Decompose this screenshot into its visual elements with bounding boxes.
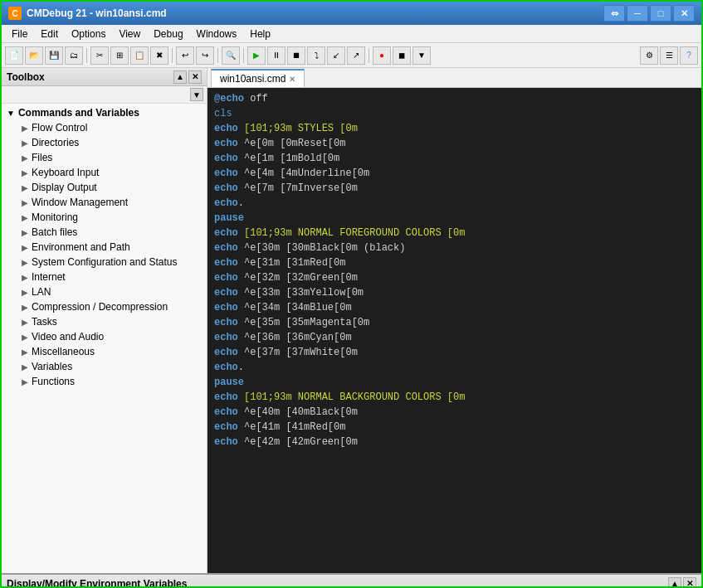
editor-tab-main[interactable]: win10ansi.cmd ✕ xyxy=(211,69,305,87)
code-line-10: echo ^e[30m [30mBlack[0m (black) xyxy=(214,241,695,255)
new-button[interactable]: 📄 xyxy=(5,46,23,65)
tree-item-arrow-0: ▶ xyxy=(22,124,28,133)
pause-button[interactable]: ⏸ xyxy=(267,46,286,65)
tree-item-arrow-16: ▶ xyxy=(22,362,28,372)
find-button[interactable]: 🔍 xyxy=(222,46,240,65)
code-line-14: echo ^e[34m [34mBlue[0m xyxy=(214,300,695,315)
tree-item-label-12: Compression / Decompression xyxy=(32,301,168,313)
tree-item-env[interactable]: ▶ Environment and Path xyxy=(2,240,207,255)
code-line-20: echo [101;93m NORMAL BACKGROUND COLORS [… xyxy=(214,390,695,405)
code-line-21: echo ^e[40m [40mBlack[0m xyxy=(214,405,695,420)
step-out-button[interactable]: ↗ xyxy=(347,46,365,65)
tree-item-functions[interactable]: ▶ Functions xyxy=(2,374,207,389)
tree-root-commands[interactable]: ▼ Commands and Variables xyxy=(2,105,207,120)
save-all-button[interactable]: 🗂 xyxy=(65,46,83,65)
code-line-15: echo ^e[35m [35mMagenta[0m xyxy=(214,315,695,330)
toolbox-controls: ▲ ✕ xyxy=(173,70,202,84)
help-icon-button[interactable]: ? xyxy=(680,46,698,65)
tree-item-flow[interactable]: ▶ Flow Control xyxy=(2,120,207,135)
tree-item-label-17: Functions xyxy=(32,376,75,387)
record-stop-button[interactable]: ◼ xyxy=(393,46,411,65)
sep5 xyxy=(369,48,369,63)
window-title: CMDebug 21 - win10ansi.cmd xyxy=(27,7,603,19)
paste-button[interactable]: 📋 xyxy=(130,46,149,65)
code-line-9: echo [101;93m NORMAL FOREGROUND COLORS [… xyxy=(214,226,695,241)
tree-item-compress[interactable]: ▶ Compression / Decompression xyxy=(2,299,207,314)
tree-item-lan[interactable]: ▶ LAN xyxy=(2,284,207,299)
tree-item-display[interactable]: ▶ Display Output xyxy=(2,180,207,195)
code-line-1: cls xyxy=(214,106,695,121)
app-icon: C xyxy=(8,7,22,20)
menu-debug[interactable]: Debug xyxy=(147,27,189,41)
code-line-22: echo ^e[41m [41mRed[0m xyxy=(214,420,695,435)
tree-item-arrow-13: ▶ xyxy=(22,318,28,327)
tree-item-tasks[interactable]: ▶ Tasks xyxy=(2,314,207,329)
undo-button[interactable]: ↩ xyxy=(176,46,194,65)
tree-item-label-16: Variables xyxy=(32,361,72,372)
editor-tab-label: win10ansi.cmd xyxy=(220,73,286,85)
toolbox-collapse-btn[interactable]: ▼ xyxy=(190,88,203,101)
config2-button[interactable]: ☰ xyxy=(660,46,678,65)
tree-item-internet[interactable]: ▶ Internet xyxy=(2,270,207,284)
cut-button[interactable]: ✂ xyxy=(90,46,109,65)
copy-button[interactable]: ⊞ xyxy=(110,46,129,65)
open-button[interactable]: 📂 xyxy=(25,46,43,65)
step-over-button[interactable]: ⤵ xyxy=(307,46,325,65)
code-line-16: echo ^e[36m [36mCyan[0m xyxy=(214,330,695,345)
save-button[interactable]: 💾 xyxy=(45,46,63,65)
tree-item-window[interactable]: ▶ Window Management xyxy=(2,195,207,210)
toolbox-x-btn[interactable]: ✕ xyxy=(188,70,202,84)
tree-item-monitoring[interactable]: ▶ Monitoring xyxy=(2,210,207,225)
restore-btn[interactable]: ⇔ xyxy=(603,5,625,22)
menu-view[interactable]: View xyxy=(112,27,147,41)
tree-item-label-13: Tasks xyxy=(32,316,57,328)
dropdown-btn[interactable]: ▼ xyxy=(413,46,431,65)
bottom-panel-x-btn[interactable]: ✕ xyxy=(683,577,696,589)
delete-button[interactable]: ✖ xyxy=(150,46,168,65)
code-line-0: @echo off xyxy=(214,91,695,106)
minimize-btn[interactable]: ─ xyxy=(627,5,648,22)
tree-item-arrow-10: ▶ xyxy=(22,273,28,282)
config1-button[interactable]: ⚙ xyxy=(640,46,658,65)
code-line-23: echo ^e[42m [42mGreen[0m xyxy=(214,435,695,450)
tree-item-arrow-17: ▶ xyxy=(22,377,28,386)
sep3 xyxy=(217,48,218,63)
tree-item-dirs[interactable]: ▶ Directories xyxy=(2,135,207,150)
step-in-button[interactable]: ↙ xyxy=(327,46,345,65)
menu-file[interactable]: File xyxy=(5,27,34,41)
stop-button[interactable]: ⏹ xyxy=(287,46,305,65)
tree-item-label-14: Video and Audio xyxy=(32,331,104,343)
tree-item-misc[interactable]: ▶ Miscellaneous xyxy=(2,344,207,359)
tree-item-files[interactable]: ▶ Files xyxy=(2,150,207,165)
editor-scroll[interactable]: @echo off cls echo [101;93m STYLES [0m e… xyxy=(207,88,701,573)
menu-help[interactable]: Help xyxy=(243,27,277,41)
record-button[interactable]: ● xyxy=(373,46,391,65)
code-line-8: pause xyxy=(214,211,695,226)
tree-item-batch[interactable]: ▶ Batch files xyxy=(2,225,207,240)
tree-item-label-0: Flow Control xyxy=(32,122,87,134)
run-button[interactable]: ▶ xyxy=(247,46,266,65)
menu-edit[interactable]: Edit xyxy=(34,27,65,41)
code-line-2: echo [101;93m STYLES [0m xyxy=(214,121,695,136)
sep4 xyxy=(243,48,244,63)
maximize-btn[interactable]: □ xyxy=(650,5,671,22)
tree-item-label-6: Monitoring xyxy=(32,211,78,223)
redo-button[interactable]: ↪ xyxy=(196,46,214,65)
toolbox-scroll[interactable]: ▼ Commands and Variables ▶ Flow Control … xyxy=(2,104,207,573)
tree-item-sysconfig[interactable]: ▶ System Configuration and Status xyxy=(2,255,207,270)
tree-item-arrow-5: ▶ xyxy=(22,198,28,207)
editor-tab-close[interactable]: ✕ xyxy=(289,75,295,84)
tree-item-variables[interactable]: ▶ Variables xyxy=(2,359,207,374)
toolbox-title: Toolbox xyxy=(7,71,173,83)
close-btn[interactable]: ✕ xyxy=(673,5,695,22)
toolbox-pin-btn[interactable]: ▲ xyxy=(173,70,187,84)
menu-options[interactable]: Options xyxy=(65,27,112,41)
tree-item-label-3: Keyboard Input xyxy=(32,167,99,178)
code-line-4: echo ^e[1m [1mBold[0m xyxy=(214,151,695,166)
bottom-panel-pin-btn[interactable]: ▲ xyxy=(668,577,681,589)
tree-item-arrow-4: ▶ xyxy=(22,183,28,192)
code-line-7: echo. xyxy=(214,196,695,211)
tree-item-video[interactable]: ▶ Video and Audio xyxy=(2,329,207,344)
menu-windows[interactable]: Windows xyxy=(190,27,244,41)
tree-item-keyboard[interactable]: ▶ Keyboard Input xyxy=(2,165,207,180)
